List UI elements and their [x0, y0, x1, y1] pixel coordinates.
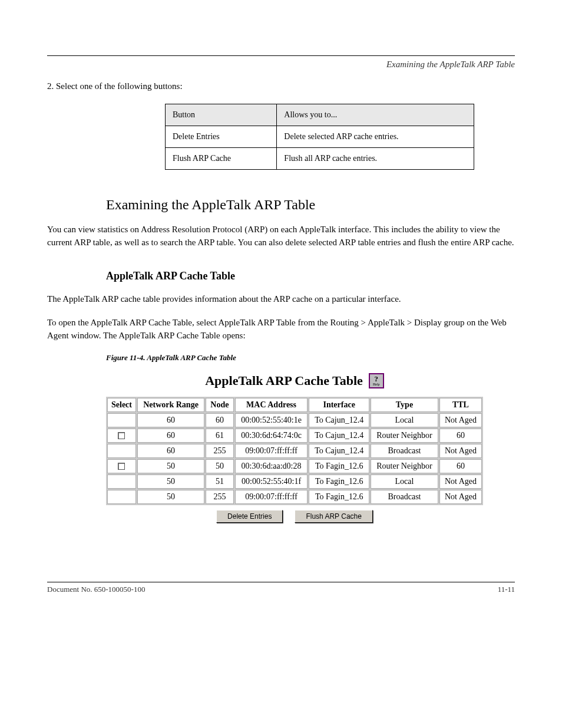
mac-address-cell: 00:00:52:55:40:1e — [235, 413, 308, 427]
mac-address-cell: 00:00:52:55:40:1f — [235, 475, 308, 489]
cell-button-name: Delete Entries — [166, 126, 277, 147]
col-header-desc: Allows you to... — [277, 104, 474, 126]
col-header-button: Button — [166, 104, 277, 126]
node-cell: 61 — [206, 429, 234, 443]
arp-cache-table: Select Network Range Node MAC Address In… — [106, 397, 483, 505]
flush-arp-cache-button[interactable]: Flush ARP Cache — [295, 510, 373, 523]
arp-table-row: 505100:00:52:55:40:1fTo Fagin_12.6LocalN… — [107, 475, 482, 489]
type-cell: Router Neighbor — [371, 429, 438, 443]
select-cell — [107, 475, 136, 489]
ttl-cell: Not Aged — [439, 444, 482, 458]
interface-cell: To Fagin_12.6 — [309, 475, 369, 489]
select-cell — [107, 490, 136, 504]
col-header-network-range: Network Range — [137, 398, 204, 412]
arp-table-row: 6025509:00:07:ff:ff:ffTo Cajun_12.4Broad… — [107, 444, 482, 458]
network-range-cell: 50 — [137, 475, 204, 489]
ttl-cell: 60 — [439, 429, 482, 443]
interface-cell: To Cajun_12.4 — [309, 429, 369, 443]
arp-table-row: 5025509:00:07:ff:ff:ffTo Fagin_12.6Broad… — [107, 490, 482, 504]
table-row: Delete Entries Delete selected ARP cache… — [166, 126, 474, 147]
intro-step-text: 2. Select one of the following buttons: — [47, 80, 515, 93]
page-header-section: Examining the AppleTalk ARP Table — [47, 60, 515, 70]
select-cell — [107, 413, 136, 427]
mac-address-cell: 00:30:6d:64:74:0c — [235, 429, 308, 443]
interface-cell: To Cajun_12.4 — [309, 444, 369, 458]
select-cell — [107, 444, 136, 458]
node-cell: 60 — [206, 413, 234, 427]
section-paragraph: You can view statistics on Address Resol… — [47, 223, 515, 249]
node-cell: 51 — [206, 475, 234, 489]
subsection-heading: AppleTalk ARP Cache Table — [106, 270, 515, 282]
type-cell: Broadcast — [371, 490, 438, 504]
buttons-reference-table: Button Allows you to... Delete Entries D… — [165, 104, 474, 170]
col-header-mac: MAC Address — [235, 398, 308, 412]
type-cell: Local — [371, 475, 438, 489]
cell-button-desc: Flush all ARP cache entries. — [277, 147, 474, 169]
arp-table-row: 505000:30:6d:aa:d0:28To Fagin_12.6Router… — [107, 459, 482, 473]
figure-caption: Figure 11-4. AppleTalk ARP Cache Table — [106, 353, 515, 363]
cell-button-desc: Delete selected ARP cache entries. — [277, 126, 474, 147]
arp-table-row: 606100:30:6d:64:74:0cTo Cajun_12.4Router… — [107, 429, 482, 443]
mac-address-cell: 00:30:6d:aa:d0:28 — [235, 459, 308, 473]
type-cell: Broadcast — [371, 444, 438, 458]
subsection-paragraph-1: The AppleTalk ARP cache table provides i… — [47, 293, 515, 306]
ttl-cell: Not Aged — [439, 490, 482, 504]
ttl-cell: Not Aged — [439, 413, 482, 427]
table-row: Flush ARP Cache Flush all ARP cache entr… — [166, 147, 474, 169]
mac-address-cell: 09:00:07:ff:ff:ff — [235, 444, 308, 458]
row-select-checkbox[interactable] — [118, 463, 125, 470]
network-range-cell: 60 — [137, 429, 204, 443]
subsection-paragraph-2: To open the AppleTalk ARP Cache Table, s… — [47, 317, 515, 342]
type-cell: Local — [371, 413, 438, 427]
interface-cell: To Cajun_12.4 — [309, 413, 369, 427]
col-header-node: Node — [206, 398, 234, 412]
cell-button-name: Flush ARP Cache — [166, 147, 277, 169]
arp-cache-panel: AppleTalk ARP Cache Table ? Help Select … — [106, 373, 483, 523]
select-cell[interactable] — [107, 459, 136, 473]
col-header-type: Type — [371, 398, 438, 412]
node-cell: 50 — [206, 459, 234, 473]
help-question-mark: ? — [375, 375, 379, 383]
node-cell: 255 — [206, 490, 234, 504]
arp-table-row: 606000:00:52:55:40:1eTo Cajun_12.4LocalN… — [107, 413, 482, 427]
help-icon[interactable]: ? Help — [369, 373, 384, 388]
mac-address-cell: 09:00:07:ff:ff:ff — [235, 490, 308, 504]
network-range-cell: 50 — [137, 490, 204, 504]
col-header-ttl: TTL — [439, 398, 482, 412]
interface-cell: To Fagin_12.6 — [309, 459, 369, 473]
footer-page-number: 11-11 — [498, 585, 515, 594]
help-label: Help — [373, 383, 380, 386]
delete-entries-button[interactable]: Delete Entries — [216, 510, 283, 523]
section-heading: Examining the AppleTalk ARP Table — [106, 197, 515, 213]
col-header-select: Select — [107, 398, 136, 412]
row-select-checkbox[interactable] — [118, 432, 125, 439]
ttl-cell: 60 — [439, 459, 482, 473]
ttl-cell: Not Aged — [439, 475, 482, 489]
footer-doc-number: Document No. 650-100050-100 — [47, 585, 145, 594]
type-cell: Router Neighbor — [371, 459, 438, 473]
node-cell: 255 — [206, 444, 234, 458]
network-range-cell: 60 — [137, 413, 204, 427]
network-range-cell: 60 — [137, 444, 204, 458]
col-header-interface: Interface — [309, 398, 369, 412]
interface-cell: To Fagin_12.6 — [309, 490, 369, 504]
arp-panel-title: AppleTalk ARP Cache Table — [205, 373, 363, 388]
network-range-cell: 50 — [137, 459, 204, 473]
select-cell[interactable] — [107, 429, 136, 443]
